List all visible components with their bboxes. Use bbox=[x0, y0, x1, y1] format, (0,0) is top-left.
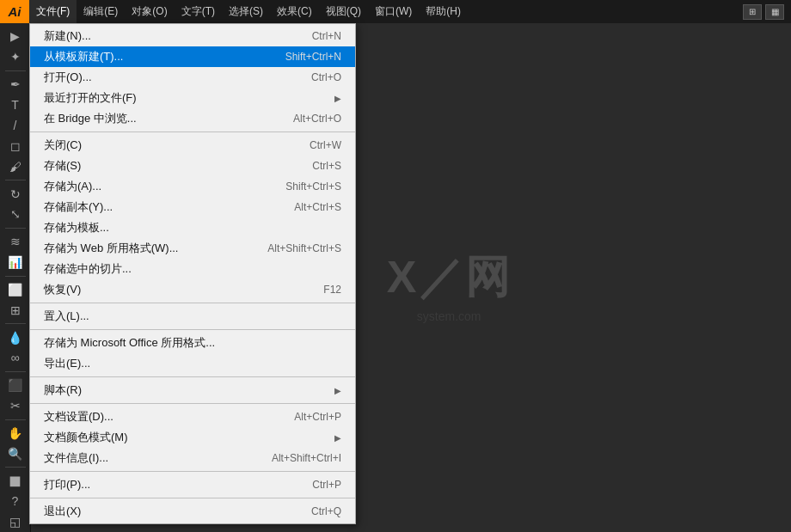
tool-separator-4 bbox=[5, 276, 26, 277]
tool-paint[interactable]: 🖌 bbox=[3, 156, 28, 176]
tool-gradient[interactable]: ⬜ bbox=[3, 279, 28, 299]
menu-item-export[interactable]: 导出(E)... bbox=[30, 353, 355, 374]
menu-item-place[interactable]: 置入(L)... bbox=[30, 306, 355, 327]
separator-4 bbox=[30, 376, 355, 377]
menu-item-revert[interactable]: 恢复(V) F12 bbox=[30, 279, 355, 300]
menu-bar: 文件(F) 编辑(E) 对象(O) 文字(T) 选择(S) 效果(C) 视图(Q… bbox=[29, 0, 743, 23]
tool-screen[interactable]: ◱ bbox=[3, 512, 28, 532]
menu-item-save[interactable]: 存储(S) Ctrl+S bbox=[30, 156, 355, 176]
separator-3 bbox=[30, 329, 355, 330]
tool-select[interactable]: ▶ bbox=[3, 27, 28, 46]
menu-item-new[interactable]: 新建(N)... Ctrl+N bbox=[30, 26, 355, 46]
menu-item-print[interactable]: 打印(P)... Ctrl+P bbox=[30, 474, 355, 495]
tool-zoom[interactable]: 🔍 bbox=[3, 443, 28, 463]
tool-hand[interactable]: ✋ bbox=[3, 423, 28, 443]
tool-separator-5 bbox=[5, 323, 26, 324]
file-dropdown-menu: 新建(N)... Ctrl+N 从模板新建(T)... Shift+Ctrl+N… bbox=[29, 23, 356, 524]
ai-logo-icon: Ai bbox=[0, 0, 29, 23]
tool-separator-2 bbox=[5, 180, 26, 180]
tool-rect[interactable]: ◻ bbox=[3, 136, 28, 156]
menu-item-exit[interactable]: 退出(X) Ctrl+Q bbox=[30, 501, 355, 522]
menu-item-save-slices[interactable]: 存储选中的切片... bbox=[30, 259, 355, 279]
menu-select[interactable]: 选择(S) bbox=[222, 0, 270, 23]
menu-item-save-for-web[interactable]: 存储为 Web 所用格式(W)... Alt+Shift+Ctrl+S bbox=[30, 238, 355, 259]
tool-line[interactable]: / bbox=[3, 116, 28, 136]
tool-warp[interactable]: ≋ bbox=[3, 232, 28, 252]
watermark-text: X／网 bbox=[387, 248, 512, 308]
menu-item-color-mode[interactable]: 文档颜色模式(M) ▶ bbox=[30, 427, 355, 448]
tool-separator-8 bbox=[5, 467, 26, 468]
tool-slice[interactable]: ✂ bbox=[3, 396, 28, 416]
titlebar-controls: ⊞ ▦ bbox=[743, 4, 791, 20]
tool-rotate[interactable]: ↻ bbox=[3, 184, 28, 204]
dropdown-menu-container: 新建(N)... Ctrl+N 从模板新建(T)... Shift+Ctrl+N… bbox=[29, 23, 356, 524]
menu-item-document-setup[interactable]: 文档设置(D)... Alt+Ctrl+P bbox=[30, 407, 355, 427]
menu-item-file-info[interactable]: 文件信息(I)... Alt+Shift+Ctrl+I bbox=[30, 448, 355, 468]
left-toolbar: ▶ ✦ ✒ T / ◻ 🖌 ↻ ⤡ ≋ 📊 ⬜ ⊞ 💧 ∞ ⬛ ✂ ✋ 🔍 ◼ … bbox=[0, 23, 31, 532]
tool-separator-6 bbox=[5, 371, 26, 372]
menu-window[interactable]: 窗口(W) bbox=[368, 0, 419, 23]
menu-edit[interactable]: 编辑(E) bbox=[77, 0, 125, 23]
menu-item-save-copy[interactable]: 存储副本(Y)... Alt+Ctrl+S bbox=[30, 197, 355, 217]
tool-help[interactable]: ? bbox=[3, 492, 28, 511]
tool-scale[interactable]: ⤡ bbox=[3, 205, 28, 224]
separator-6 bbox=[30, 471, 355, 472]
menu-text[interactable]: 文字(T) bbox=[175, 0, 222, 23]
tool-blend[interactable]: ∞ bbox=[3, 348, 28, 368]
separator-1 bbox=[30, 131, 355, 132]
menu-item-bridge[interactable]: 在 Bridge 中浏览... Alt+Ctrl+O bbox=[30, 108, 355, 129]
menu-item-save-ms-office[interactable]: 存储为 Microsoft Office 所用格式... bbox=[30, 333, 355, 353]
menu-item-save-template[interactable]: 存储为模板... bbox=[30, 217, 355, 238]
tool-graph[interactable]: 📊 bbox=[3, 253, 28, 272]
tool-type[interactable]: T bbox=[3, 95, 28, 115]
menu-item-recent-files[interactable]: 最近打开的文件(F) ▶ bbox=[30, 88, 355, 108]
titlebar-btn-icon[interactable]: ⊞ bbox=[743, 4, 762, 20]
tool-fill[interactable]: ◼ bbox=[3, 471, 28, 491]
menu-item-close[interactable]: 关闭(C) Ctrl+W bbox=[30, 135, 355, 156]
menu-item-open[interactable]: 打开(O)... Ctrl+O bbox=[30, 67, 355, 88]
menu-file[interactable]: 文件(F) bbox=[29, 0, 77, 23]
separator-7 bbox=[30, 498, 355, 498]
separator-2 bbox=[30, 303, 355, 303]
separator-5 bbox=[30, 403, 355, 404]
watermark-subtext: system.com bbox=[417, 309, 481, 323]
tool-pen[interactable]: ✒ bbox=[3, 75, 28, 95]
menu-item-new-from-template[interactable]: 从模板新建(T)... Shift+Ctrl+N bbox=[30, 46, 355, 67]
tool-separator-7 bbox=[5, 419, 26, 420]
titlebar-btn-layout[interactable]: ▦ bbox=[765, 4, 784, 20]
tool-eyedropper[interactable]: 💧 bbox=[3, 327, 28, 347]
menu-effect[interactable]: 效果(C) bbox=[270, 0, 319, 23]
tool-direct-select[interactable]: ✦ bbox=[3, 47, 28, 67]
tool-separator-1 bbox=[5, 70, 26, 71]
menu-help[interactable]: 帮助(H) bbox=[419, 0, 468, 23]
titlebar: Ai 文件(F) 编辑(E) 对象(O) 文字(T) 选择(S) 效果(C) 视… bbox=[0, 0, 791, 23]
menu-item-save-as[interactable]: 存储为(A)... Shift+Ctrl+S bbox=[30, 176, 355, 197]
tool-artboard[interactable]: ⬛ bbox=[3, 376, 28, 395]
menu-item-scripts[interactable]: 脚本(R) ▶ bbox=[30, 380, 355, 401]
tool-mesh[interactable]: ⊞ bbox=[3, 300, 28, 320]
menu-view[interactable]: 视图(Q) bbox=[319, 0, 368, 23]
tool-separator-3 bbox=[5, 228, 26, 229]
menu-object[interactable]: 对象(O) bbox=[125, 0, 174, 23]
